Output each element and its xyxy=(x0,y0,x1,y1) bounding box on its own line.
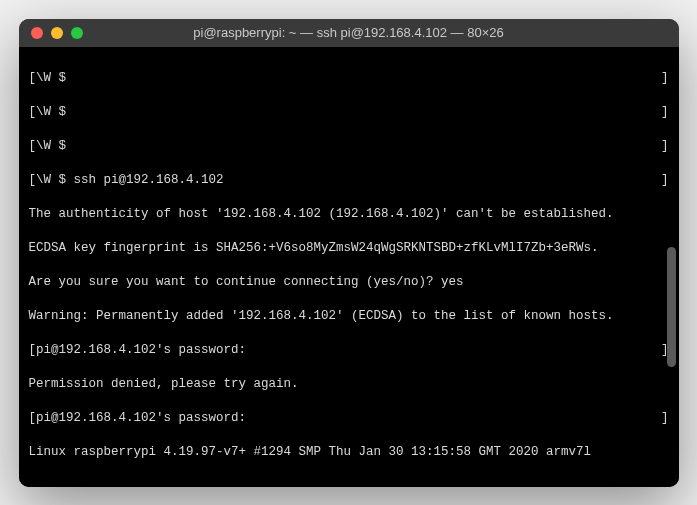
terminal-body[interactable]: [\W $] [\W $] [\W $] [\W $ ssh pi@192.16… xyxy=(19,47,679,487)
terminal-line: [pi@192.168.4.102's password:] xyxy=(29,342,669,359)
window-title: pi@raspberrypi: ~ — ssh pi@192.168.4.102… xyxy=(193,25,503,40)
title-bar: pi@raspberrypi: ~ — ssh pi@192.168.4.102… xyxy=(19,19,679,47)
terminal-line: ECDSA key fingerprint is SHA256:+V6so8My… xyxy=(29,240,669,257)
minimize-button[interactable] xyxy=(51,27,63,39)
terminal-content[interactable]: [\W $] [\W $] [\W $] [\W $ ssh pi@192.16… xyxy=(29,53,669,487)
terminal-line: [\W $] xyxy=(29,70,669,87)
terminal-window: pi@raspberrypi: ~ — ssh pi@192.168.4.102… xyxy=(19,19,679,487)
terminal-line: Linux raspberrypi 4.19.97-v7+ #1294 SMP … xyxy=(29,444,669,461)
traffic-lights xyxy=(31,27,83,39)
maximize-button[interactable] xyxy=(71,27,83,39)
terminal-line: [\W $] xyxy=(29,138,669,155)
terminal-line: Warning: Permanently added '192.168.4.10… xyxy=(29,308,669,325)
terminal-line: [pi@192.168.4.102's password:] xyxy=(29,410,669,427)
terminal-line xyxy=(29,478,669,487)
terminal-line: The authenticity of host '192.168.4.102 … xyxy=(29,206,669,223)
terminal-line: Are you sure you want to continue connec… xyxy=(29,274,669,291)
terminal-line: [\W $] xyxy=(29,104,669,121)
close-button[interactable] xyxy=(31,27,43,39)
terminal-line: [\W $ ssh pi@192.168.4.102] xyxy=(29,172,669,189)
terminal-line: Permission denied, please try again. xyxy=(29,376,669,393)
scrollbar[interactable] xyxy=(667,247,676,367)
